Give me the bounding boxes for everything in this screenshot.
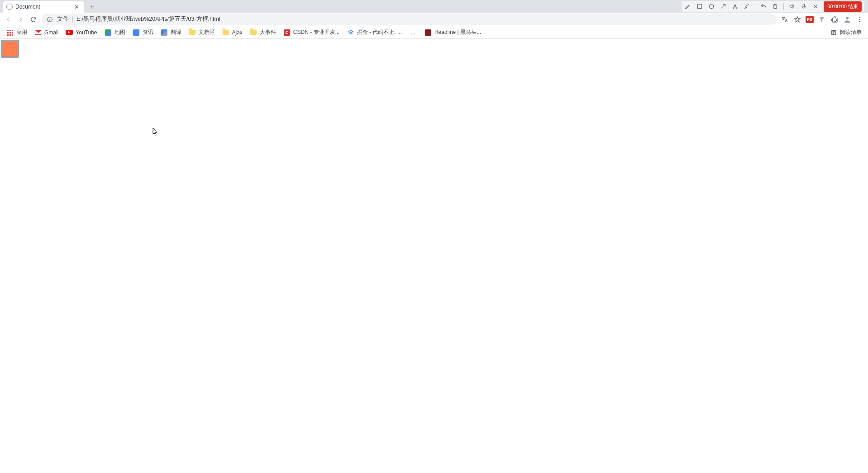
- bookmark-overflow[interactable]: ...: [409, 29, 417, 36]
- svg-point-4: [846, 17, 849, 19]
- headline-icon: [424, 29, 432, 36]
- bookmark-item[interactable]: YouTube: [63, 28, 100, 38]
- page-content: [0, 39, 868, 473]
- folder-icon: [222, 29, 229, 36]
- circle-shape-icon[interactable]: [708, 3, 715, 10]
- new-tab-button[interactable]: ＋: [86, 1, 98, 13]
- url-prefix-label: 文件: [57, 15, 69, 23]
- reading-list-label: 阅读清单: [840, 28, 862, 36]
- trash-icon[interactable]: [772, 3, 779, 10]
- filter-extension-icon[interactable]: [817, 15, 826, 24]
- folder-icon: [250, 29, 257, 36]
- translate-page-icon[interactable]: [780, 15, 789, 24]
- cursor-icon: [153, 128, 158, 136]
- toolbar-separator: [755, 3, 755, 10]
- svg-point-7: [859, 21, 860, 22]
- csdn-icon: C: [283, 29, 291, 36]
- youtube-icon: [66, 29, 73, 36]
- bookmarks-bar: 应用GmailYouTube地图资讯翻译文档区Ajax大事件CCSDN - 专业…: [0, 26, 868, 39]
- bookmark-item[interactable]: 应用: [4, 27, 30, 38]
- forward-button[interactable]: [16, 15, 25, 24]
- pencil-icon[interactable]: [684, 3, 692, 10]
- browser-menu-button[interactable]: [855, 15, 864, 24]
- reload-button[interactable]: [29, 15, 38, 24]
- close-recorder-icon[interactable]: [812, 3, 819, 10]
- maps-icon: [105, 29, 112, 36]
- apps-icon: [6, 29, 14, 36]
- tab-title: Document: [15, 4, 71, 10]
- site-info-icon[interactable]: [46, 16, 53, 23]
- profile-avatar-icon[interactable]: [843, 15, 852, 24]
- arrow-shape-icon[interactable]: [720, 3, 727, 10]
- bookmark-item[interactable]: Headline | 黑马头...: [422, 27, 484, 38]
- bookmark-item[interactable]: 翻译: [158, 27, 184, 38]
- undo-icon[interactable]: [760, 3, 767, 10]
- brush-icon[interactable]: [743, 3, 750, 10]
- bookmark-item[interactable]: 地图: [102, 27, 128, 38]
- speaker-icon[interactable]: [788, 3, 796, 10]
- bookmark-item[interactable]: CCSDN - 专业开发...: [281, 27, 343, 38]
- news-icon: [133, 29, 140, 36]
- bookmark-label: Ajax: [232, 29, 243, 36]
- bookmark-label: 资讯: [143, 28, 153, 36]
- tab-strip: Document ✕ ＋ A: [0, 0, 868, 13]
- text-tool-icon[interactable]: A: [731, 3, 739, 10]
- bookmark-item[interactable]: ...: [406, 28, 420, 37]
- bookmark-label: 地图: [114, 28, 125, 36]
- toolbar-separator: [783, 3, 784, 10]
- screen-recorder-toolbar: A 00:00:00 结束: [682, 1, 864, 12]
- svg-point-6: [859, 19, 860, 19]
- svg-rect-0: [697, 4, 701, 8]
- browser-tab[interactable]: Document ✕: [3, 1, 84, 13]
- translate-icon: [161, 29, 168, 36]
- reading-list-button[interactable]: 阅读清单: [827, 27, 864, 38]
- bookmark-label: Headline | 黑马头...: [434, 28, 481, 36]
- folder-icon: [189, 29, 196, 36]
- svg-point-5: [859, 17, 860, 18]
- url-text: E:/黑马程序员/就业班/web%20APIs/第五天/03-方框.html: [76, 15, 220, 23]
- square-shape-icon[interactable]: [696, 3, 703, 10]
- bookmark-item[interactable]: 文档区: [186, 27, 218, 38]
- back-button[interactable]: [4, 15, 13, 24]
- end-recording-button[interactable]: 00:00:00 结束: [824, 1, 862, 12]
- bookmark-item[interactable]: Gmail: [32, 28, 61, 38]
- bookmark-label: CSDN - 专业开发...: [293, 28, 340, 36]
- tab-close-button[interactable]: ✕: [73, 4, 80, 10]
- svg-rect-2: [803, 4, 805, 7]
- extensions-puzzle-icon[interactable]: [830, 15, 839, 24]
- reading-list-icon: [830, 29, 837, 36]
- bookmark-label: 大事件: [260, 28, 276, 36]
- microphone-icon[interactable]: [800, 3, 807, 10]
- bookmark-item[interactable]: Ajax: [219, 28, 245, 38]
- omnibox[interactable]: 文件 E:/黑马程序员/就业班/web%20APIs/第五天/03-方框.htm…: [42, 14, 777, 25]
- bookmark-label: YouTube: [76, 29, 97, 36]
- bookmark-item[interactable]: 掘金 - 代码不止, ...: [344, 27, 405, 38]
- bookmark-star-icon[interactable]: [793, 15, 802, 24]
- url-separator: [72, 16, 73, 23]
- svg-point-1: [709, 4, 713, 8]
- fb-extension-icon[interactable]: FB: [806, 16, 814, 23]
- address-bar-row: 文件 E:/黑马程序员/就业班/web%20APIs/第五天/03-方框.htm…: [0, 13, 868, 26]
- bookmark-label: 翻译: [171, 28, 181, 36]
- bookmark-item[interactable]: 资讯: [130, 27, 156, 38]
- bookmark-label: 文档区: [199, 28, 215, 36]
- juejin-icon: [347, 29, 354, 36]
- bookmark-label: Gmail: [44, 29, 58, 36]
- bookmark-label: 掘金 - 代码不止, ...: [357, 28, 402, 36]
- bookmark-item[interactable]: 大事件: [247, 27, 279, 38]
- bookmark-label: 应用: [16, 28, 27, 36]
- globe-favicon-icon: [6, 4, 13, 10]
- gmail-icon: [34, 29, 42, 36]
- orange-square-box[interactable]: [1, 40, 19, 58]
